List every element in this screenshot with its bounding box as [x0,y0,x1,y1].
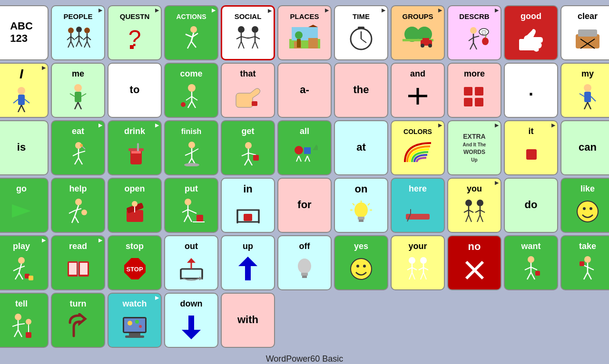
that-label: that [240,69,256,79]
svg-marker-138 [12,204,31,218]
svg-line-191 [19,266,25,268]
finish-label: finish [181,127,202,136]
cell-clear[interactable]: clear [560,5,609,60]
svg-line-154 [184,215,188,222]
svg-point-173 [465,200,472,206]
people-icon [61,22,95,53]
cell-extra[interactable]: ▶ EXTRA And It The WORDS Up [447,120,501,175]
svg-rect-199 [80,263,88,275]
svg-point-162 [354,202,368,218]
time-label: TIME [353,12,370,20]
svg-point-98 [584,84,591,92]
cell-off[interactable]: off [277,235,332,290]
social-label: SOCIAL [235,12,262,20]
take-label: take [579,241,596,251]
svg-line-241 [588,267,594,270]
svg-line-144 [75,216,79,223]
cell-get[interactable]: get [221,120,275,175]
svg-point-185 [577,201,598,222]
cell-is[interactable]: is [0,120,49,175]
arrow-icon: ▶ [268,8,272,14]
cell-finish[interactable]: finish [164,120,218,175]
svg-line-190 [13,268,19,271]
arrow-icon: ▶ [212,7,216,13]
cell-yes[interactable]: yes [334,235,388,290]
cell-no[interactable]: no [447,235,501,290]
cell-people[interactable]: ▶ PEOPLE [51,5,105,60]
cell-good[interactable]: good [504,5,558,60]
cell-want[interactable]: want [504,235,558,290]
svg-line-247 [12,325,18,326]
cell-play[interactable]: ▶ play [0,235,49,290]
svg-line-80 [75,102,78,109]
eat-label: eat [72,126,84,136]
cell-come[interactable]: come [164,63,218,118]
cell-you[interactable]: ▶ you [447,178,501,233]
cell-stop[interactable]: stop STOP [108,235,162,290]
drink-icon [118,138,151,169]
cell-like[interactable]: like [560,178,609,233]
want-icon [514,253,548,284]
cell-drink[interactable]: ▶ drink [108,120,162,175]
cell-more[interactable]: more [447,63,501,118]
cell-put[interactable]: put [164,178,218,233]
cell-watch[interactable]: ▶ watch [108,293,162,348]
at-label: at [356,141,366,153]
svg-line-249 [14,330,18,337]
cell-my[interactable]: my [560,63,609,118]
cell-and[interactable]: and [391,63,445,118]
svg-rect-253 [26,332,31,338]
cell-time[interactable]: ▶ TIME [334,5,388,60]
cell-on[interactable]: on [334,178,388,233]
cell-I[interactable]: ▶ I [0,63,49,118]
cell-down[interactable]: down [164,293,218,348]
svg-marker-43 [308,25,318,27]
cell-descrb[interactable]: ▶ DESCRB 💬 [447,5,501,60]
cell-your[interactable]: your [391,235,445,290]
cell-can[interactable]: can [560,120,609,175]
cell-all[interactable]: all [277,120,332,175]
cell-tell[interactable]: tell [0,293,49,348]
cell-social[interactable]: ▶ SOCIAL [221,5,275,60]
svg-line-30 [238,41,241,48]
svg-line-37 [255,41,258,48]
cell-it[interactable]: ▶ it [504,120,558,175]
cell-groups[interactable]: ▶ GROUPS [391,5,445,60]
up-icon [231,253,265,284]
actions-icon [175,22,208,53]
cell-in[interactable]: in [221,178,275,233]
svg-rect-261 [188,316,194,331]
cell-out[interactable]: out [164,235,218,290]
svg-line-134 [299,156,301,162]
cell-questn[interactable]: ▶ QUESTN ? [108,5,162,60]
cell-go[interactable]: go [0,178,49,233]
cell-take[interactable]: take [560,235,609,290]
cell-at[interactable]: at [334,120,388,175]
cell-a-[interactable]: a- [277,63,332,118]
cell-me[interactable]: me [51,63,105,118]
cell-colors[interactable]: ▶ COLORS [391,120,445,175]
cell-open[interactable]: open [108,178,162,233]
in-label: in [243,183,253,195]
it-label: it [529,126,534,136]
cell-up[interactable]: up [221,235,275,290]
cell-the[interactable]: the [334,63,388,118]
cell-period[interactable]: . [504,63,558,118]
cell-eat[interactable]: ▶ eat [51,120,105,175]
svg-rect-113 [128,148,144,151]
cell-to[interactable]: to [108,63,162,118]
cell-places[interactable]: ▶ PLACES [277,5,332,60]
cell-turn[interactable]: turn [51,293,105,348]
cell-actions[interactable]: ▶ ACTIONS [164,5,218,60]
cell-read[interactable]: ▶ read [51,235,105,290]
cell-with[interactable]: with [221,293,275,348]
watch-icon [118,311,151,342]
cell-for[interactable]: for [277,178,332,233]
cell-here[interactable]: here [391,178,445,233]
cell-do[interactable]: do [504,178,558,233]
arrow-icon: ▶ [155,295,159,301]
cell-that[interactable]: that [221,63,275,118]
arrow-icon: ▶ [42,65,46,71]
cell-abc123[interactable]: ABC123 [0,5,49,60]
cell-help[interactable]: help [51,178,105,233]
